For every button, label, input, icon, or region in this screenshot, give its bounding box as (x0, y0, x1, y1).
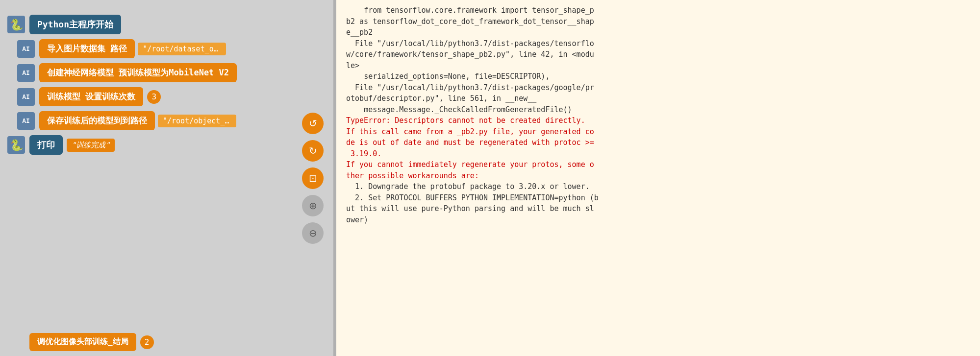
block-import-dataset[interactable]: AI 导入图片数据集 路径 "/root/dataset_object_clas… (39, 39, 324, 58)
crop-button[interactable]: ⊡ (302, 167, 324, 189)
ai-icon-train: AI (17, 88, 35, 106)
block-print-label: 打印 (29, 135, 63, 155)
side-buttons: ↺ ↻ ⊡ ⊕ ⊖ (302, 113, 324, 244)
rotate-back-button[interactable]: ↺ (302, 113, 324, 134)
python-icon: 🐍 (7, 16, 25, 33)
block-save-model-label: 保存训练后的模型到到路径 (39, 111, 155, 130)
block-bottom-label: 调优化图像头部训练_结局 (29, 333, 136, 351)
block-python-start[interactable]: 🐍 Python主程序开始 (29, 15, 324, 34)
block-print-value: "训练完成" (67, 139, 115, 152)
block-print[interactable]: 🐍 打印 "训练完成" (29, 135, 324, 155)
left-panel: 🐍 Python主程序开始 AI 导入图片数据集 路径 "/root/datas… (0, 0, 333, 356)
ai-icon-import: AI (17, 40, 35, 58)
block-save-model[interactable]: AI 保存训练后的模型到到路径 "/root/object_ssific (39, 111, 324, 130)
block-bottom[interactable]: 调优化图像头部训练_结局 2 (29, 333, 294, 351)
block-create-model[interactable]: AI 创建神经网络模型 预训练模型为MobileNet V2 (39, 63, 324, 82)
output-error-1: TypeError: Descriptors cannot not be cre… (346, 116, 594, 180)
output-text: from tensorflow.core.framework import te… (346, 5, 970, 225)
block-train-model-label: 训练模型 设置训练次数 (39, 87, 143, 106)
output-line-1: from tensorflow.core.framework import te… (346, 6, 594, 114)
block-train-model[interactable]: AI 训练模型 设置训练次数 3 (39, 87, 324, 106)
python-icon-print: 🐍 (7, 136, 25, 154)
block-python-start-label: Python主程序开始 (29, 15, 121, 34)
output-line-2: 1. Downgrade the protobuf package to 3.2… (346, 182, 599, 224)
block-train-count: 3 (147, 90, 161, 104)
block-save-model-value: "/root/object_ssific (158, 115, 236, 127)
ai-icon-create: AI (17, 64, 35, 82)
zoom-out-button[interactable]: ⊖ (302, 222, 324, 244)
block-import-dataset-value: "/root/dataset_object_class (138, 43, 226, 55)
block-bottom-count: 2 (140, 335, 154, 349)
zoom-in-button[interactable]: ⊕ (302, 195, 324, 216)
rotate-forward-button[interactable]: ↻ (302, 140, 324, 162)
block-create-model-label: 创建神经网络模型 预训练模型为MobileNet V2 (39, 63, 237, 82)
block-import-dataset-label: 导入图片数据集 路径 (39, 39, 135, 58)
ai-icon-save: AI (17, 112, 35, 130)
right-panel: from tensorflow.core.framework import te… (336, 0, 980, 356)
